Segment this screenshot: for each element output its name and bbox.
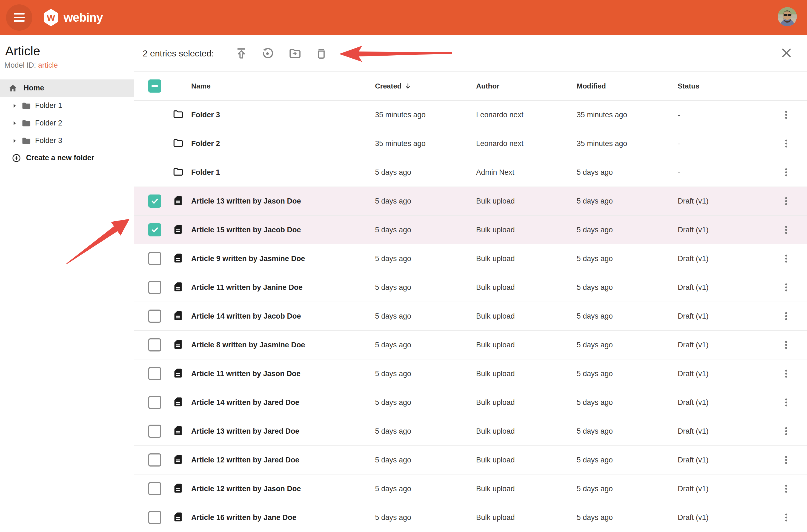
row-name[interactable]: Folder 1 — [191, 168, 220, 177]
row-name[interactable]: Article 13 written by Jason Doe — [191, 197, 301, 206]
table-row[interactable]: Article 15 written by Jacob Doe5 days ag… — [134, 215, 807, 244]
row-name[interactable]: Article 9 written by Jasmine Doe — [191, 254, 305, 263]
row-checkbox[interactable] — [148, 194, 161, 208]
row-checkbox[interactable] — [148, 511, 161, 524]
sidebar-folder-item[interactable]: Folder 1 — [0, 97, 134, 114]
row-name[interactable]: Folder 2 — [191, 139, 220, 148]
row-name[interactable]: Article 11 written by Jason Doe — [191, 369, 301, 378]
close-icon[interactable] — [780, 46, 793, 60]
chevron-right-icon[interactable] — [11, 120, 18, 127]
row-checkbox[interactable] — [148, 453, 161, 467]
table-row[interactable]: Article 13 written by Jared Doe5 days ag… — [134, 417, 807, 446]
table-row[interactable]: Folder 235 minutes agoLeonardo next35 mi… — [134, 129, 807, 158]
hamburger-menu-icon[interactable] — [6, 4, 32, 31]
row-options-kebab-icon[interactable] — [780, 394, 792, 411]
restore-history-icon[interactable] — [260, 46, 275, 61]
row-checkbox[interactable] — [148, 281, 161, 294]
row-checkbox[interactable] — [148, 252, 161, 265]
row-checkbox[interactable] — [148, 338, 161, 352]
table-row[interactable]: Article 14 written by Jacob Doe5 days ag… — [134, 302, 807, 331]
row-name[interactable]: Article 12 written by Jason Doe — [191, 484, 301, 493]
row-checkbox[interactable] — [148, 367, 161, 380]
row-options-kebab-icon[interactable] — [780, 452, 792, 468]
row-author: Bulk upload — [476, 369, 515, 378]
sidebar: Article Model ID: article Home Folder 1F… — [0, 35, 134, 532]
table-row[interactable]: Article 9 written by Jasmine Doe5 days a… — [134, 244, 807, 273]
row-options-kebab-icon[interactable] — [780, 423, 792, 439]
table-row[interactable]: Article 14 written by Jared Doe5 days ag… — [134, 388, 807, 417]
row-name[interactable]: Article 12 written by Jared Doe — [191, 456, 300, 464]
selected-count-text: 2 entries selected: — [143, 48, 214, 58]
row-author: Bulk upload — [476, 398, 515, 407]
row-options-kebab-icon[interactable] — [780, 250, 792, 267]
model-id-value: article — [38, 61, 58, 69]
column-header-author[interactable]: Author — [476, 82, 499, 90]
row-checkbox[interactable] — [148, 309, 161, 323]
chevron-right-icon[interactable] — [11, 137, 18, 145]
row-name[interactable]: Article 16 written by Jane Doe — [191, 513, 296, 522]
row-options-kebab-icon[interactable] — [780, 193, 792, 209]
sidebar-folder-item[interactable]: Folder 3 — [0, 132, 134, 150]
row-checkbox[interactable] — [148, 482, 161, 495]
row-created: 5 days ago — [375, 312, 411, 321]
row-created: 5 days ago — [375, 341, 411, 349]
row-name[interactable]: Article 15 written by Jacob Doe — [191, 226, 301, 234]
move-to-folder-icon[interactable] — [288, 46, 303, 61]
row-created: 5 days ago — [375, 513, 411, 522]
selection-toolbar: 2 entries selected: — [134, 35, 807, 72]
table-row[interactable]: Article 8 written by Jasmine Doe5 days a… — [134, 331, 807, 359]
row-options-kebab-icon[interactable] — [780, 164, 792, 180]
sort-desc-icon — [404, 82, 412, 90]
table-row[interactable]: Article 12 written by Jason Doe5 days ag… — [134, 474, 807, 503]
row-options-kebab-icon[interactable] — [780, 480, 792, 497]
delete-trash-icon[interactable] — [314, 46, 329, 61]
table-row[interactable]: Article 11 written by Jason Doe5 days ag… — [134, 359, 807, 388]
document-icon — [173, 310, 184, 321]
row-checkbox[interactable] — [148, 424, 161, 438]
chevron-right-icon[interactable] — [11, 102, 18, 109]
row-options-kebab-icon[interactable] — [780, 337, 792, 353]
column-header-status[interactable]: Status — [678, 82, 699, 90]
row-type-icon — [173, 454, 184, 466]
table-row[interactable]: Folder 335 minutes agoLeonardo next35 mi… — [134, 100, 807, 129]
table-row[interactable]: Article 11 written by Janine Doe5 days a… — [134, 273, 807, 302]
row-name[interactable]: Article 14 written by Jacob Doe — [191, 312, 301, 321]
column-header-name[interactable]: Name — [191, 82, 211, 90]
row-name[interactable]: Article 8 written by Jasmine Doe — [191, 341, 305, 349]
table-row[interactable]: Folder 15 days agoAdmin Next5 days ago- — [134, 158, 807, 187]
folder-icon — [21, 118, 31, 128]
model-id-label: Model ID: — [4, 61, 36, 69]
row-status: Draft (v1) — [678, 341, 709, 349]
create-new-folder-button[interactable]: Create a new folder — [0, 153, 134, 163]
row-author: Leonardo next — [476, 139, 523, 148]
row-options-kebab-icon[interactable] — [780, 107, 792, 123]
row-name[interactable]: Article 13 written by Jared Doe — [191, 427, 300, 436]
table-row[interactable]: Article 12 written by Jared Doe5 days ag… — [134, 446, 807, 474]
table-row[interactable]: Article 13 written by Jason Doe5 days ag… — [134, 187, 807, 215]
publish-export-icon[interactable] — [234, 46, 249, 61]
row-options-kebab-icon[interactable] — [780, 365, 792, 382]
table-row[interactable]: Article 16 written by Jane Doe5 days ago… — [134, 503, 807, 532]
sidebar-folder-item[interactable]: Folder 2 — [0, 114, 134, 132]
row-name[interactable]: Folder 3 — [191, 111, 220, 119]
row-options-kebab-icon[interactable] — [780, 222, 792, 238]
row-name[interactable]: Article 14 written by Jared Doe — [191, 398, 300, 407]
row-name[interactable]: Article 11 written by Janine Doe — [191, 283, 303, 292]
user-avatar[interactable] — [778, 7, 797, 26]
column-header-modified[interactable]: Modified — [577, 82, 606, 90]
row-status: Draft (v1) — [678, 456, 709, 464]
column-header-created[interactable]: Created — [375, 82, 412, 90]
row-status: Draft (v1) — [678, 283, 709, 292]
row-options-kebab-icon[interactable] — [780, 135, 792, 152]
row-checkbox[interactable] — [148, 223, 161, 236]
select-all-checkbox[interactable] — [148, 79, 161, 93]
row-checkbox[interactable] — [148, 396, 161, 409]
row-options-kebab-icon[interactable] — [780, 308, 792, 324]
row-options-kebab-icon[interactable] — [780, 279, 792, 296]
row-options-kebab-icon[interactable] — [780, 509, 792, 526]
sidebar-item-home[interactable]: Home — [0, 79, 134, 97]
document-icon — [173, 483, 184, 494]
row-created: 5 days ago — [375, 197, 411, 206]
svg-text:W: W — [47, 13, 55, 23]
row-type-icon — [173, 368, 184, 380]
